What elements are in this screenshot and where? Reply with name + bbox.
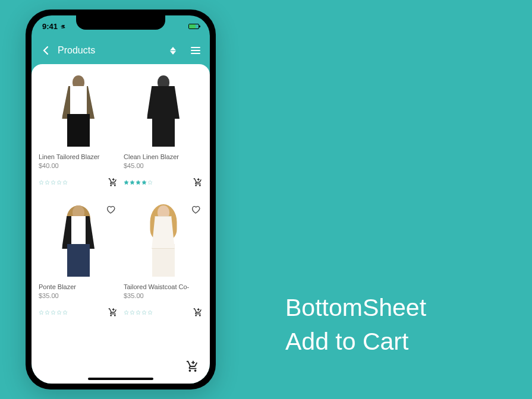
product-grid: Linen Tailored Blazer $40.00 Clean Linen… [39,72,203,317]
add-to-cart-button[interactable] [193,178,203,187]
status-time: 9:41 [42,22,66,31]
add-to-cart-button[interactable] [193,308,203,317]
product-image [39,72,118,150]
product-card[interactable]: Ponte Blazer $35.00 [39,202,118,317]
product-price: $35.00 [39,292,118,299]
product-name: Ponte Blazer [39,283,118,290]
slide-headline: BottomSheet Add to Cart [285,291,426,359]
status-right [188,24,199,29]
back-button[interactable] [40,45,52,56]
rating-stars[interactable] [124,180,153,185]
add-to-cart-button[interactable] [108,308,118,317]
product-image [39,202,118,280]
product-image [124,72,203,150]
headline-line-2: Add to Cart [285,325,426,359]
favorite-button[interactable] [191,205,200,214]
product-card[interactable]: Tailored Waistcoat Co- $35.00 [124,202,203,317]
sort-button[interactable] [167,45,179,56]
phone-screen: 9:41 Products Linen [32,15,210,384]
headline-line-1: BottomSheet [285,291,426,325]
product-card[interactable]: Linen Tailored Blazer $40.00 [39,72,118,187]
rating-stars[interactable] [124,310,153,315]
product-name: Tailored Waistcoat Co- [124,283,203,290]
notch [76,15,165,30]
product-image [124,202,203,280]
content-area: Linen Tailored Blazer $40.00 Clean Linen… [32,64,210,384]
product-name: Linen Tailored Blazer [39,153,118,160]
phone-frame: 9:41 Products Linen [26,10,216,390]
rating-stars[interactable] [39,310,68,315]
add-to-cart-button[interactable] [108,178,118,187]
fab-cart-button[interactable] [186,360,199,373]
product-name: Clean Linen Blazer [124,153,203,160]
menu-icon [191,47,200,54]
menu-button[interactable] [190,45,202,56]
product-card[interactable]: Clean Linen Blazer $45.00 [124,72,203,187]
page-title: Products [58,45,167,56]
app-header: Products [32,37,210,64]
product-price: $45.00 [124,162,203,169]
favorite-button[interactable] [106,205,115,214]
product-price: $40.00 [39,162,118,169]
battery-icon [188,24,199,29]
home-indicator[interactable] [88,378,153,380]
rating-stars[interactable] [39,180,68,185]
product-price: $35.00 [124,292,203,299]
